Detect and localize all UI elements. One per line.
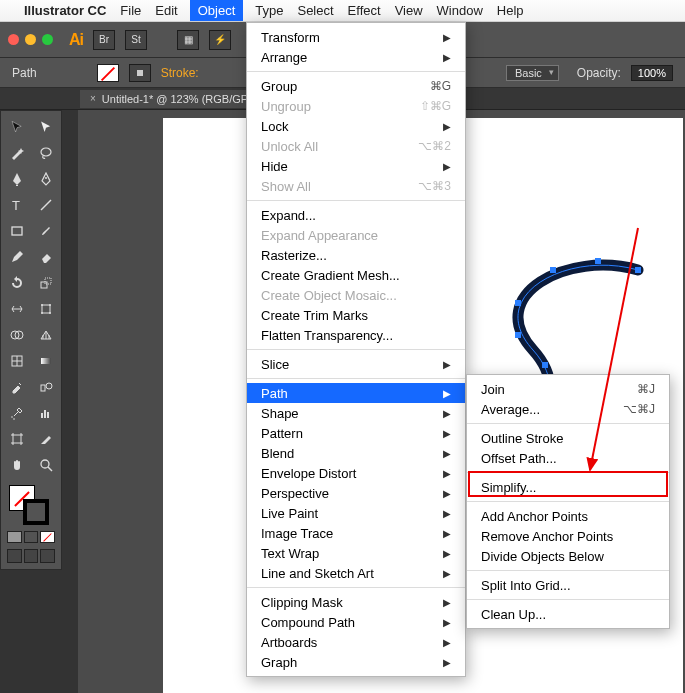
draw-behind-mode[interactable] [24,549,39,563]
draw-inside-mode[interactable] [40,549,55,563]
mesh-tool[interactable] [3,349,30,373]
stroke-label[interactable]: Stroke: [161,66,199,80]
fill-swatch[interactable] [97,64,119,82]
path-menu-item-divide-objects-below[interactable]: Divide Objects Below [467,546,669,566]
object-menu-item-create-gradient-mesh[interactable]: Create Gradient Mesh... [247,265,465,285]
hand-tool[interactable] [3,453,30,477]
brush-style-dropdown[interactable]: Basic [506,65,559,81]
minimize-window-button[interactable] [25,34,36,45]
path-menu-item-average[interactable]: Average...⌥⌘J [467,399,669,419]
object-menu-item-clipping-mask[interactable]: Clipping Mask▶ [247,592,465,612]
magic-wand-tool[interactable] [3,141,30,165]
svg-point-17 [11,416,13,418]
gpu-button[interactable]: ⚡ [209,30,231,50]
menu-file[interactable]: File [120,3,141,18]
object-menu-item-hide[interactable]: Hide▶ [247,156,465,176]
close-window-button[interactable] [8,34,19,45]
fill-stroke-indicator[interactable] [3,483,59,527]
menu-effect[interactable]: Effect [348,3,381,18]
draw-normal-mode[interactable] [7,549,22,563]
rotate-tool[interactable] [3,271,30,295]
paintbrush-tool[interactable] [32,219,59,243]
menu-help[interactable]: Help [497,3,524,18]
menu-select[interactable]: Select [297,3,333,18]
object-menu-item-path[interactable]: Path▶ [247,383,465,403]
gradient-tool[interactable] [32,349,59,373]
object-menu-item-flatten-transparency[interactable]: Flatten Transparency... [247,325,465,345]
menu-view[interactable]: View [395,3,423,18]
object-menu-item-blend[interactable]: Blend▶ [247,443,465,463]
object-menu-item-pattern[interactable]: Pattern▶ [247,423,465,443]
object-menu-item-compound-path[interactable]: Compound Path▶ [247,612,465,632]
menu-object[interactable]: Object [190,0,244,21]
arrange-docs-button[interactable]: ▦ [177,30,199,50]
symbol-sprayer-tool[interactable] [3,401,30,425]
perspective-grid-tool[interactable] [32,323,59,347]
object-menu-item-arrange[interactable]: Arrange▶ [247,47,465,67]
object-menu-item-create-trim-marks[interactable]: Create Trim Marks [247,305,465,325]
object-menu-item-transform[interactable]: Transform▶ [247,27,465,47]
pen-tool[interactable] [3,167,30,191]
free-transform-tool[interactable] [32,297,59,321]
menubar-app[interactable]: Illustrator CC [24,3,106,18]
close-tab-icon[interactable]: × [90,93,96,104]
object-menu-item-live-paint[interactable]: Live Paint▶ [247,503,465,523]
submenu-arrow-icon: ▶ [443,359,451,370]
line-tool[interactable] [32,193,59,217]
path-menu-item-offset-path[interactable]: Offset Path... [467,448,669,468]
color-mode-gradient[interactable] [24,531,39,543]
color-mode-none[interactable] [40,531,55,543]
shape-builder-tool[interactable] [3,323,30,347]
object-menu-item-artboards[interactable]: Artboards▶ [247,632,465,652]
selection-tool[interactable] [3,115,30,139]
object-menu-item-group[interactable]: Group⌘G [247,76,465,96]
column-graph-tool[interactable] [32,401,59,425]
path-menu-item-join[interactable]: Join⌘J [467,379,669,399]
object-menu-item-text-wrap[interactable]: Text Wrap▶ [247,543,465,563]
bridge-button[interactable]: Br [93,30,115,50]
color-mode-color[interactable] [7,531,22,543]
object-menu-item-graph[interactable]: Graph▶ [247,652,465,672]
path-menu-item-split-into-grid[interactable]: Split Into Grid... [467,575,669,595]
path-menu-item-clean-up[interactable]: Clean Up... [467,604,669,624]
zoom-window-button[interactable] [42,34,53,45]
object-menu-item-envelope-distort[interactable]: Envelope Distort▶ [247,463,465,483]
object-menu-item-shape[interactable]: Shape▶ [247,403,465,423]
menu-window[interactable]: Window [437,3,483,18]
eraser-tool[interactable] [32,245,59,269]
menu-edit[interactable]: Edit [155,3,177,18]
stroke-swatch[interactable] [129,64,151,82]
stroke-indicator-icon[interactable] [23,499,49,525]
artboard-tool[interactable] [3,427,30,451]
pencil-tool[interactable] [3,245,30,269]
object-menu-item-image-trace[interactable]: Image Trace▶ [247,523,465,543]
scale-tool[interactable] [32,271,59,295]
type-tool[interactable]: T [3,193,30,217]
menu-item-label: Perspective [261,486,329,501]
object-menu-item-lock[interactable]: Lock▶ [247,116,465,136]
object-menu-item-line-and-sketch-art[interactable]: Line and Sketch Art▶ [247,563,465,583]
slice-tool[interactable] [32,427,59,451]
menu-type[interactable]: Type [255,3,283,18]
lasso-tool[interactable] [32,141,59,165]
object-menu-item-perspective[interactable]: Perspective▶ [247,483,465,503]
curvature-tool[interactable] [32,167,59,191]
path-menu-item-outline-stroke[interactable]: Outline Stroke [467,428,669,448]
path-menu-item-remove-anchor-points[interactable]: Remove Anchor Points [467,526,669,546]
svg-point-18 [13,418,15,420]
opacity-label[interactable]: Opacity: [577,66,621,80]
object-menu-item-rasterize[interactable]: Rasterize... [247,245,465,265]
opacity-value[interactable]: 100% [631,65,673,81]
rectangle-tool[interactable] [3,219,30,243]
zoom-tool[interactable] [32,453,59,477]
blend-tool[interactable] [32,375,59,399]
submenu-arrow-icon: ▶ [443,428,451,439]
width-tool[interactable] [3,297,30,321]
path-menu-item-add-anchor-points[interactable]: Add Anchor Points [467,506,669,526]
path-menu-item-simplify[interactable]: Simplify... [467,477,669,497]
object-menu-item-expand[interactable]: Expand... [247,205,465,225]
direct-selection-tool[interactable] [32,115,59,139]
eyedropper-tool[interactable] [3,375,30,399]
object-menu-item-slice[interactable]: Slice▶ [247,354,465,374]
stock-button[interactable]: St [125,30,147,50]
